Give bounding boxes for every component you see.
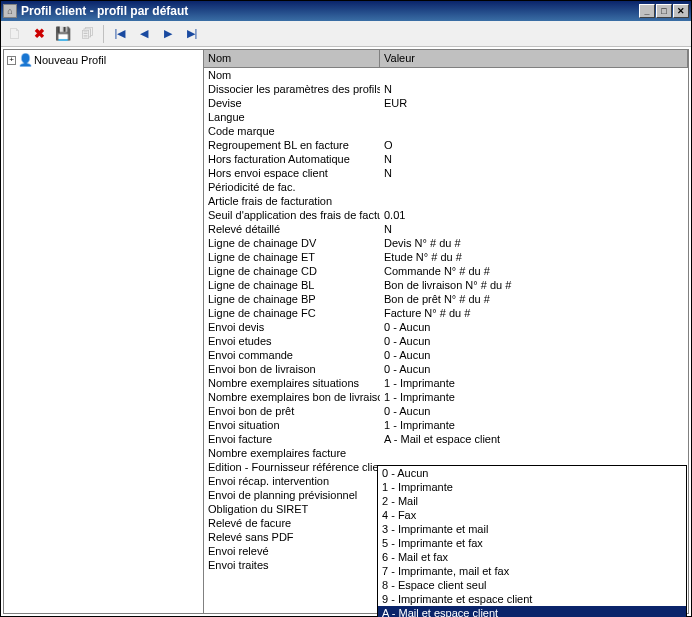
table-row[interactable]: Envoi bon de livraison0 - Aucun xyxy=(204,362,688,376)
save-icon[interactable]: 💾 xyxy=(53,24,73,44)
table-row[interactable]: Nombre exemplaires situations1 - Imprima… xyxy=(204,376,688,390)
tree-root-item[interactable]: + 👤 Nouveau Profil xyxy=(6,52,201,68)
expand-icon[interactable]: + xyxy=(7,56,16,65)
table-row[interactable]: Envoi factureA - Mail et espace client xyxy=(204,432,688,446)
col-header-nom[interactable]: Nom xyxy=(204,50,380,67)
maximize-button[interactable]: □ xyxy=(656,4,672,18)
cell-nom: Relevé sans PDF xyxy=(204,530,380,544)
cell-nom: Envoi récap. intervention xyxy=(204,474,380,488)
table-row[interactable]: Seuil d'application des frais de factur0… xyxy=(204,208,688,222)
table-row[interactable]: Nombre exemplaires bon de livraison1 - I… xyxy=(204,390,688,404)
cell-val[interactable]: N xyxy=(380,166,688,180)
cell-val[interactable]: 0.01 xyxy=(380,208,688,222)
cell-val[interactable]: N xyxy=(380,82,688,96)
table-row[interactable]: Envoi bon de prêt0 - Aucun xyxy=(204,404,688,418)
nav-last-icon[interactable]: ▶| xyxy=(182,24,202,44)
table-row[interactable]: Relevé détailléN xyxy=(204,222,688,236)
cell-val[interactable]: Bon de livraison N° # du # xyxy=(380,278,688,292)
delete-icon[interactable]: ✖ xyxy=(29,24,49,44)
table-row[interactable]: Ligne de chainage BPBon de prêt N° # du … xyxy=(204,292,688,306)
cell-val[interactable] xyxy=(380,68,688,82)
cell-nom: Nombre exemplaires facture xyxy=(204,446,380,460)
table-row[interactable]: Ligne de chainage DVDevis N° # du # xyxy=(204,236,688,250)
dropdown-option[interactable]: 8 - Espace client seul xyxy=(378,578,686,592)
table-row[interactable]: Nom xyxy=(204,68,688,82)
cell-val[interactable]: 1 - Imprimante xyxy=(380,418,688,432)
table-row[interactable]: Envoi situation1 - Imprimante xyxy=(204,418,688,432)
cell-nom: Envoi facture xyxy=(204,432,380,446)
dropdown-option[interactable]: 9 - Imprimante et espace client xyxy=(378,592,686,606)
cell-val[interactable]: 0 - Aucun xyxy=(380,334,688,348)
table-row[interactable]: Ligne de chainage FCFacture N° # du # xyxy=(204,306,688,320)
cell-val[interactable] xyxy=(380,124,688,138)
cell-nom: Seuil d'application des frais de factur xyxy=(204,208,380,222)
cell-val[interactable]: 0 - Aucun xyxy=(380,320,688,334)
cell-val[interactable]: N xyxy=(380,152,688,166)
cell-val[interactable]: 0 - Aucun xyxy=(380,348,688,362)
cell-val[interactable]: Etude N° # du # xyxy=(380,250,688,264)
tree-label: Nouveau Profil xyxy=(34,54,106,66)
table-row[interactable]: Hors facturation AutomatiqueN xyxy=(204,152,688,166)
dropdown-option[interactable]: A - Mail et espace client xyxy=(378,606,686,617)
nav-first-icon[interactable]: |◀ xyxy=(110,24,130,44)
cell-nom: Relevé de facure xyxy=(204,516,380,530)
cell-val[interactable]: O xyxy=(380,138,688,152)
dropdown-option[interactable]: 6 - Mail et fax xyxy=(378,550,686,564)
dropdown-option[interactable]: 1 - Imprimante xyxy=(378,480,686,494)
dropdown-option[interactable]: 4 - Fax xyxy=(378,508,686,522)
dropdown-list[interactable]: 0 - Aucun1 - Imprimante2 - Mail4 - Fax3 … xyxy=(377,465,687,617)
toolbar: 🗋 ✖ 💾 🗐 |◀ ◀ ▶ ▶| xyxy=(1,21,691,47)
dropdown-option[interactable]: 2 - Mail xyxy=(378,494,686,508)
table-row[interactable]: Périodicité de fac. xyxy=(204,180,688,194)
table-row[interactable]: Regroupement BL en factureO xyxy=(204,138,688,152)
grid-header: Nom Valeur xyxy=(204,50,688,68)
cell-val[interactable] xyxy=(380,446,688,460)
cell-val[interactable]: 0 - Aucun xyxy=(380,362,688,376)
nav-next-icon[interactable]: ▶ xyxy=(158,24,178,44)
cell-val[interactable]: A - Mail et espace client xyxy=(380,432,688,446)
table-row[interactable]: DeviseEUR xyxy=(204,96,688,110)
table-row[interactable]: Dissocier les paramètres des profilsN xyxy=(204,82,688,96)
cell-nom: Nom xyxy=(204,68,380,82)
cell-nom: Nombre exemplaires situations xyxy=(204,376,380,390)
cell-val[interactable] xyxy=(380,110,688,124)
nav-prev-icon[interactable]: ◀ xyxy=(134,24,154,44)
cell-val[interactable] xyxy=(380,194,688,208)
cell-val[interactable]: Facture N° # du # xyxy=(380,306,688,320)
table-row[interactable]: Ligne de chainage BLBon de livraison N° … xyxy=(204,278,688,292)
dropdown-option[interactable]: 5 - Imprimante et fax xyxy=(378,536,686,550)
table-row[interactable]: Article frais de facturation xyxy=(204,194,688,208)
cell-nom: Envoi devis xyxy=(204,320,380,334)
col-header-valeur[interactable]: Valeur xyxy=(380,50,688,67)
dropdown-option[interactable]: 0 - Aucun xyxy=(378,466,686,480)
cell-val[interactable] xyxy=(380,180,688,194)
cell-val[interactable]: N xyxy=(380,222,688,236)
table-row[interactable]: Code marque xyxy=(204,124,688,138)
table-row[interactable]: Ligne de chainage ETEtude N° # du # xyxy=(204,250,688,264)
cell-val[interactable]: Commande N° # du # xyxy=(380,264,688,278)
cell-nom: Dissocier les paramètres des profils xyxy=(204,82,380,96)
close-button[interactable]: ✕ xyxy=(673,4,689,18)
cell-val[interactable]: Bon de prêt N° # du # xyxy=(380,292,688,306)
dropdown-option[interactable]: 3 - Imprimante et mail xyxy=(378,522,686,536)
cell-val[interactable]: 1 - Imprimante xyxy=(380,390,688,404)
copy-icon[interactable]: 🗐 xyxy=(77,24,97,44)
cell-val[interactable]: EUR xyxy=(380,96,688,110)
cell-val[interactable]: Devis N° # du # xyxy=(380,236,688,250)
table-row[interactable]: Envoi devis0 - Aucun xyxy=(204,320,688,334)
new-icon[interactable]: 🗋 xyxy=(5,24,25,44)
table-row[interactable]: Ligne de chainage CDCommande N° # du # xyxy=(204,264,688,278)
table-row[interactable]: Hors envoi espace clientN xyxy=(204,166,688,180)
minimize-button[interactable]: _ xyxy=(639,4,655,18)
table-row[interactable]: Envoi etudes0 - Aucun xyxy=(204,334,688,348)
dropdown-option[interactable]: 7 - Imprimante, mail et fax xyxy=(378,564,686,578)
cell-val[interactable]: 1 - Imprimante xyxy=(380,376,688,390)
window-buttons: _ □ ✕ xyxy=(639,4,689,18)
cell-nom: Edition - Fournisseur référence client xyxy=(204,460,380,474)
table-row[interactable]: Langue xyxy=(204,110,688,124)
table-row[interactable]: Envoi commande0 - Aucun xyxy=(204,348,688,362)
cell-val[interactable]: 0 - Aucun xyxy=(380,404,688,418)
table-row[interactable]: Nombre exemplaires facture xyxy=(204,446,688,460)
titlebar[interactable]: ⌂ Profil client - profil par défaut _ □ … xyxy=(1,1,691,21)
cell-nom: Article frais de facturation xyxy=(204,194,380,208)
